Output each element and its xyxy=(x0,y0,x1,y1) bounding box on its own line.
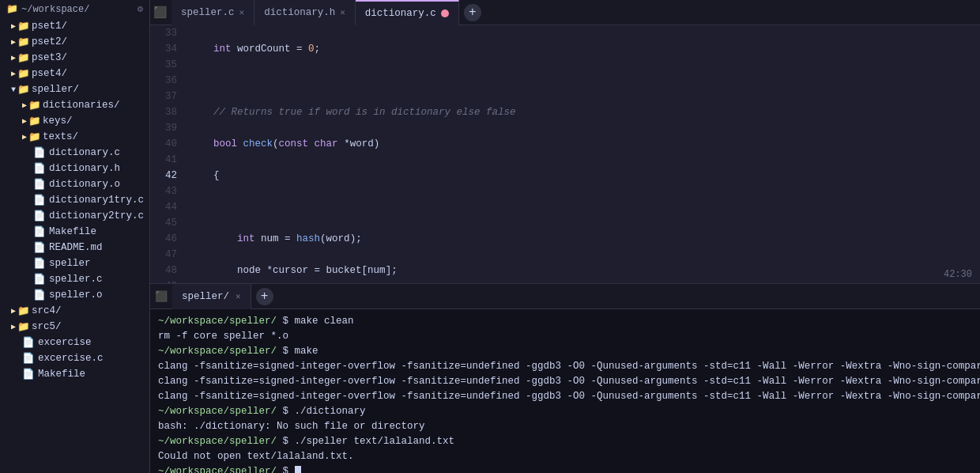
line-numbers: 33 34 35 36 37 38 39 40 41 42 43 44 45 4… xyxy=(150,25,183,283)
sidebar-item-speller[interactable]: ▼ 📁 speller/ xyxy=(0,81,149,97)
file-icon: 📄 xyxy=(33,210,46,222)
terminal-line: bash: ./dictionary: No such file or dire… xyxy=(158,421,425,432)
code-editor[interactable]: 33 34 35 36 37 38 39 40 41 42 43 44 45 4… xyxy=(150,25,980,283)
sidebar-item-excercise[interactable]: 📄 excercise xyxy=(0,335,149,350)
sidebar-item-label: speller xyxy=(49,258,91,269)
sidebar-item-dictionary-o[interactable]: 📄 dictionary.o xyxy=(0,176,149,192)
terminal-line: rm -f core speller *.o xyxy=(158,331,288,342)
sidebar-item-texts[interactable]: ▶ 📁 texts/ xyxy=(0,129,149,145)
terminal-cmd: $ make xyxy=(277,346,318,357)
sidebar-item[interactable]: ▶ 📁 pset3/ xyxy=(0,50,149,66)
sidebar-item-speller-o[interactable]: 📄 speller.o xyxy=(0,287,149,303)
folder-icon: 📁 xyxy=(17,51,30,64)
sidebar-item-label: src5/ xyxy=(32,321,62,332)
folder-icon: 📁 xyxy=(28,99,41,112)
sidebar-item-label: dictionary.o xyxy=(49,179,120,190)
sidebar-item-speller-bin[interactable]: 📄 speller xyxy=(0,255,149,271)
terminal-tab-speller[interactable]: speller/ ✕ xyxy=(172,284,251,309)
code-content[interactable]: int wordCount = 0; // Returns true if wo… xyxy=(183,25,980,283)
file-icon: 📄 xyxy=(33,162,46,175)
tab-bar: ⬛ speller.c ✕ dictionary.h ✕ dictionary.… xyxy=(150,0,980,25)
sidebar-item-makefile[interactable]: 📄 Makefile xyxy=(0,224,149,240)
folder-icon: 📁 xyxy=(28,115,41,127)
file-icon: 📄 xyxy=(22,368,35,380)
terminal-line: clang -fsanitize=signed-integer-overflow… xyxy=(158,361,980,372)
file-icon: 📄 xyxy=(33,273,46,286)
sidebar-item-label: keys/ xyxy=(43,115,73,127)
sidebar-item-excercise-c[interactable]: 📄 excercise.c xyxy=(0,350,149,366)
sidebar-item-makefile-root[interactable]: 📄 Makefile xyxy=(0,366,149,382)
sidebar-item-label: pset1/ xyxy=(32,21,67,32)
sidebar-item-label: excercise xyxy=(38,337,92,348)
terminal-tab-bar: ⬛ speller/ ✕ + xyxy=(150,284,980,309)
sidebar-item-dictionary-c[interactable]: 📄 dictionary.c xyxy=(0,145,149,161)
terminal-close-icon[interactable]: ✕ xyxy=(236,291,241,301)
terminal-cmd: $ xyxy=(277,466,295,473)
sidebar-item-label: Makefile xyxy=(49,226,96,237)
cursor-position: 42:30 xyxy=(944,269,972,280)
folder-icon: 📁 xyxy=(28,131,41,143)
folder-arrow-icon: ▶ xyxy=(11,21,16,31)
close-icon[interactable]: ✕ xyxy=(239,7,245,17)
folder-arrow-icon: ▶ xyxy=(11,37,16,47)
sidebar-item-label: dictionary.c xyxy=(49,147,120,158)
terminal-cmd: $ ./speller text/lalaland.txt xyxy=(277,436,454,447)
terminal-cmd: $ ./dictionary xyxy=(277,406,366,417)
terminal-tab-label: speller/ xyxy=(182,291,229,302)
sidebar-item-label: pset2/ xyxy=(32,36,67,47)
sidebar-item-keys[interactable]: ▶ 📁 keys/ xyxy=(0,113,149,129)
sidebar-item-src4[interactable]: ▶ 📁 src4/ xyxy=(0,303,149,319)
folder-arrow-icon: ▶ xyxy=(22,116,27,126)
terminal-cmd: $ make clean xyxy=(277,316,354,327)
folder-icon: 📁 xyxy=(17,67,30,80)
sidebar-item-src5[interactable]: ▶ 📁 src5/ xyxy=(0,319,149,335)
terminal-prompt: ~/workspace/speller/ xyxy=(158,466,277,473)
terminal-prompt: ~/workspace/speller/ xyxy=(158,316,277,327)
file-icon: 📄 xyxy=(33,194,46,206)
terminal-line: clang -fsanitize=signed-integer-overflow… xyxy=(158,391,980,402)
sidebar-item[interactable]: ▶ 📁 pset1/ xyxy=(0,18,149,34)
sidebar-item-dictionaries[interactable]: ▶ 📁 dictionaries/ xyxy=(0,97,149,113)
folder-arrow-icon: ▶ xyxy=(11,69,16,78)
file-icon: 📄 xyxy=(33,225,46,238)
folder-arrow-icon: ▶ xyxy=(11,53,16,62)
terminal-line: Could not open text/lalaland.txt. xyxy=(158,451,354,462)
sidebar-item[interactable]: ▶ 📁 pset2/ xyxy=(0,34,149,50)
file-icon: 📄 xyxy=(33,289,46,301)
tab-label: dictionary.c xyxy=(365,8,436,19)
sidebar-item-dictionary1try[interactable]: 📄 dictionary1try.c xyxy=(0,192,149,208)
folder-icon: 📁 xyxy=(17,36,30,48)
folder-arrow-icon: ▶ xyxy=(11,306,16,316)
gear-icon[interactable]: ⚙ xyxy=(138,3,143,15)
sidebar-item-label: dictionary.h xyxy=(49,163,120,174)
sidebar-item-dictionary-h[interactable]: 📄 dictionary.h xyxy=(0,161,149,176)
sidebar-item[interactable]: ▶ 📁 pset4/ xyxy=(0,66,149,81)
terminal-output[interactable]: ~/workspace/speller/ $ make clean rm -f … xyxy=(150,309,980,473)
terminal-new-tab-button[interactable]: + xyxy=(256,288,273,305)
sidebar-item-speller-c[interactable]: 📄 speller.c xyxy=(0,271,149,287)
tab-label: speller.c xyxy=(181,7,235,18)
terminal-line: clang -fsanitize=signed-integer-overflow… xyxy=(158,376,980,387)
file-icon: 📄 xyxy=(33,241,46,254)
sidebar-item-label: speller.o xyxy=(49,289,103,301)
sidebar-item-label: pset3/ xyxy=(32,52,67,63)
folder-arrow-icon: ▶ xyxy=(11,322,16,331)
folder-arrow-icon: ▶ xyxy=(22,132,27,142)
close-icon[interactable]: ✕ xyxy=(340,7,345,17)
tab-dictionary-h[interactable]: dictionary.h ✕ xyxy=(254,0,356,25)
terminal-icon: ⬛ xyxy=(155,290,168,303)
folder-icon: 📁 xyxy=(17,20,30,32)
folder-icon: 📁 xyxy=(17,83,30,96)
new-tab-button[interactable]: + xyxy=(464,4,481,21)
sidebar-item-label: speller/ xyxy=(32,84,79,95)
folder-arrow-icon: ▶ xyxy=(22,100,27,110)
tab-dictionary-c[interactable]: dictionary.c xyxy=(356,0,459,25)
sidebar-item-dictionary2try[interactable]: 📄 dictionary2try.c xyxy=(0,208,149,224)
sidebar-header: 📁 ~/workspace/ ⚙ xyxy=(0,0,149,18)
folder-icon: 📁 xyxy=(6,3,18,15)
file-icon: 📄 xyxy=(22,336,35,349)
sidebar-item-label: dictionary2try.c xyxy=(49,210,144,221)
sidebar-item-readme[interactable]: 📄 README.md xyxy=(0,240,149,255)
tab-speller-c[interactable]: speller.c ✕ xyxy=(172,0,254,25)
sidebar-path: 📁 ~/workspace/ xyxy=(6,3,89,15)
